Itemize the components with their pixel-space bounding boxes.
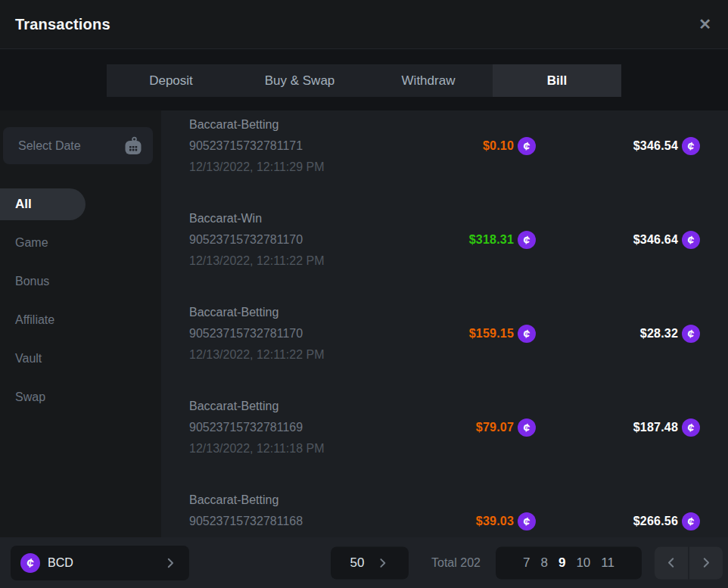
transaction-date: 12/13/2022, 12:11:18 PM [189, 438, 728, 459]
bcd-coin-icon: ¢ [518, 512, 536, 530]
bcd-coin-icon: ¢ [682, 231, 700, 249]
transaction-amount: $39.03 ¢ [476, 512, 536, 530]
tab-band: Deposit Buy & Swap Withdraw Bill [0, 49, 728, 110]
bcd-coin-icon: ¢ [518, 137, 536, 155]
bcd-coin-icon: ¢ [682, 512, 700, 530]
sidebar-filter-vault[interactable]: Vault [0, 343, 161, 375]
transaction-name: Baccarat-Win [189, 208, 728, 229]
amount-value: $318.31 [469, 233, 514, 247]
bcd-coin-icon: ¢ [518, 231, 536, 249]
amount-value: $159.15 [469, 327, 514, 341]
sidebar-filter-bonus[interactable]: Bonus [0, 266, 161, 297]
chevron-left-icon [664, 556, 678, 570]
filter-list: All Game Bonus Affiliate Vault Swap [0, 188, 161, 413]
chevron-right-icon [376, 556, 389, 569]
bcd-coin-icon: ¢ [682, 418, 700, 437]
transaction-amount: $79.07 ¢ [476, 418, 536, 437]
transaction-amount: $0.10 ¢ [483, 137, 536, 155]
transaction-name: Baccarat-Betting [189, 114, 728, 135]
tab-strip: Deposit Buy & Swap Withdraw Bill [107, 64, 621, 97]
transaction-name: Baccarat-Betting [189, 490, 728, 511]
bcd-coin-icon: ¢ [518, 325, 536, 343]
next-page-button[interactable] [689, 546, 723, 579]
transaction-row: Baccarat-Win 90523715732781170 12/13/202… [189, 208, 728, 302]
page-size-selector[interactable]: 50 [331, 546, 409, 579]
transaction-row: Baccarat-Betting 90523715732781170 12/13… [189, 302, 728, 396]
currency-selector[interactable]: ¢ BCD [11, 546, 189, 580]
balance-value: $346.64 [633, 233, 678, 247]
currency-label: BCD [48, 556, 163, 570]
balance-value: $187.48 [633, 421, 678, 434]
currency-coin: ¢ [20, 553, 40, 573]
transaction-name: Baccarat-Betting [189, 396, 728, 417]
transaction-date: 12/13/2022, 12:11:22 PM [189, 250, 728, 272]
transaction-list: Baccarat-Betting 90523715732781171 12/13… [161, 110, 728, 537]
transaction-amount: $318.31 ¢ [469, 231, 536, 249]
tab-withdraw[interactable]: Withdraw [364, 64, 493, 97]
sidebar-filter-affiliate[interactable]: Affiliate [0, 304, 161, 336]
page-number-11[interactable]: 11 [601, 555, 614, 571]
pagination-nav [655, 546, 723, 579]
tab-deposit[interactable]: Deposit [107, 64, 235, 97]
transactions-modal: Transactions ✕ Deposit Buy & Swap Withdr… [0, 0, 728, 588]
transaction-balance: $346.64 ¢ [633, 231, 700, 249]
transaction-balance: $266.56 ¢ [633, 512, 700, 530]
modal-header: Transactions ✕ [0, 0, 728, 49]
amount-value: $0.10 [483, 139, 514, 153]
chevron-right-icon [699, 556, 713, 570]
balance-value: $266.56 [633, 515, 678, 528]
transaction-balance: $28.32 ¢ [640, 325, 700, 343]
transaction-balance: $187.48 ¢ [633, 418, 700, 437]
transaction-row: Baccarat-Betting 90523715732781169 12/13… [189, 396, 728, 490]
modal-content: Select Date All Game Bonus Affiliate Vau… [0, 110, 728, 537]
bcd-coin-icon: ¢ [682, 325, 700, 343]
transaction-balance: $346.54 ¢ [633, 137, 700, 155]
balance-value: $346.54 [633, 139, 678, 153]
calendar-icon [124, 136, 142, 155]
tab-bill[interactable]: Bill [493, 64, 621, 97]
sidebar: Select Date All Game Bonus Affiliate Vau… [0, 110, 161, 537]
transaction-date: 12/13/2022, 12:11:22 PM [189, 344, 728, 366]
pagination: 7 8 9 10 11 [496, 546, 642, 579]
bcd-coin-icon: ¢ [682, 137, 700, 155]
transaction-amount: $159.15 ¢ [469, 325, 536, 343]
sidebar-filter-swap[interactable]: Swap [0, 381, 161, 413]
total-count-label: Total 202 [431, 556, 481, 570]
bcd-coin-icon: ¢ [20, 553, 40, 573]
page-title: Transactions [15, 16, 110, 33]
sidebar-filter-all[interactable]: All [0, 188, 86, 220]
sidebar-filter-game[interactable]: Game [0, 227, 161, 259]
chevron-right-icon [163, 556, 177, 570]
close-icon[interactable]: ✕ [698, 17, 711, 32]
transaction-row: Baccarat-Betting 90523715732781171 12/13… [189, 114, 728, 208]
transaction-date: 12/13/2022, 12:11:29 PM [189, 157, 728, 178]
page-size-value: 50 [350, 555, 365, 571]
modal-footer: ¢ BCD 50 Total 202 7 8 9 10 11 [0, 537, 728, 588]
select-date-placeholder: Select Date [18, 139, 81, 153]
bcd-coin-icon: ¢ [518, 418, 536, 437]
page-number-7[interactable]: 7 [523, 555, 530, 571]
page-number-10[interactable]: 10 [576, 555, 590, 571]
transaction-row: Baccarat-Betting 90523715732781168 $39.0… [189, 490, 728, 537]
amount-value: $79.07 [476, 421, 514, 434]
page-number-8[interactable]: 8 [540, 555, 547, 571]
balance-value: $28.32 [640, 327, 678, 341]
select-date-input[interactable]: Select Date [3, 127, 153, 164]
amount-value: $39.03 [476, 515, 514, 528]
transaction-name: Baccarat-Betting [189, 302, 728, 323]
prev-page-button[interactable] [655, 546, 688, 579]
page-number-9[interactable]: 9 [558, 555, 565, 571]
tab-buy-swap[interactable]: Buy & Swap [235, 64, 364, 97]
